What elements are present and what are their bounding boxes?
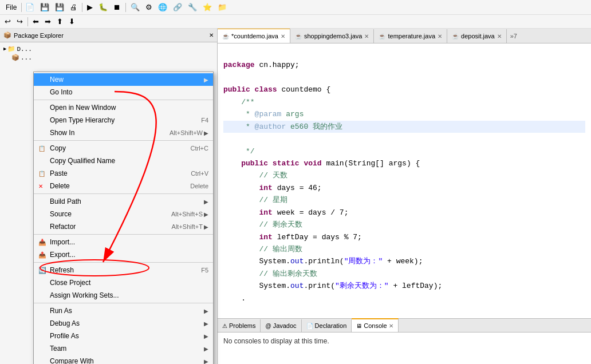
menu-item-open-type-hierarchy[interactable]: Open Type Hierarchy F4 [34, 114, 213, 126]
nav-up-icon[interactable]: ⬆ [54, 17, 65, 26]
menu-item-source-arrow: ▶ [204, 211, 208, 217]
code-line-19: . [223, 294, 246, 303]
menu-item-delete[interactable]: ✕ Delete Delete [34, 180, 213, 192]
menu-item-export[interactable]: 📤 Export... [34, 248, 213, 261]
bottom-tab-problems-label: Problems [229, 322, 255, 329]
menu-item-profile-as-arrow: ▶ [204, 333, 208, 339]
globe-icon[interactable]: 🌐 [156, 2, 170, 13]
menu-item-refresh-icon: 🔄 [38, 267, 50, 274]
menu-item-refactor[interactable]: Refactor Alt+Shift+T ▶ [34, 220, 213, 233]
menu-item-source-shortcut: Alt+Shift+S [171, 211, 203, 217]
tab-countdemo-close[interactable]: ✕ [281, 33, 285, 39]
menu-item-open-new-window[interactable]: Open in New Window [34, 101, 213, 114]
save-icon[interactable]: 💾 [38, 2, 52, 13]
nav-down-icon[interactable]: ⬇ [66, 17, 77, 26]
run-icon[interactable]: ▶ [85, 2, 95, 13]
menu-item-import[interactable]: 📥 Import... [34, 236, 213, 248]
tab-shoppingdemo3-close[interactable]: ✕ [364, 33, 369, 39]
tree-child[interactable]: 📦 ... [2, 53, 215, 62]
tools-icon[interactable]: 🔧 [186, 2, 199, 13]
menu-item-copy-shortcut: Ctrl+C [191, 145, 208, 152]
bottom-tab-javadoc[interactable]: @ Javadoc [261, 319, 301, 332]
menu-item-build-path-label: Build Path [50, 197, 204, 205]
menu-item-source-label: Source [50, 210, 171, 218]
code-editor[interactable]: package cn.happy; public class countdemo… [218, 43, 591, 318]
menu-item-go-into[interactable]: Go Into [34, 86, 213, 98]
menu-item-paste[interactable]: 📋 Paste Ctrl+V [34, 167, 213, 180]
menu-item-team[interactable]: Team ▶ [34, 342, 213, 355]
menu-item-source[interactable]: Source Alt+Shift+S ▶ [34, 208, 213, 220]
menu-item-refactor-label: Refactor [50, 223, 172, 231]
print-icon[interactable]: 🖨 [68, 2, 80, 13]
tab-deposit-close[interactable]: ✕ [497, 33, 502, 39]
back-icon[interactable]: ⬅ [30, 17, 41, 26]
bottom-tab-console[interactable]: 🖥 Console ✕ [352, 318, 398, 332]
menu-item-copy-qualified-label: Copy Qualified Name [50, 157, 208, 165]
redo-icon[interactable]: ↪ [14, 17, 25, 26]
stop-icon[interactable]: ⏹ [111, 2, 123, 13]
menu-item-close-project[interactable]: Close Project [34, 276, 213, 289]
package-explorer-close[interactable]: ✕ [209, 32, 214, 38]
debug-icon[interactable]: 🐛 [96, 2, 110, 13]
tab-temperature-close[interactable]: ✕ [438, 33, 442, 39]
tab-countdemo[interactable]: ☕ *countdemo.java ✕ [218, 29, 290, 43]
menu-item-paste-shortcut: Ctrl+V [191, 170, 208, 177]
menu-item-show-in-arrow: ▶ [204, 130, 208, 136]
package-explorer-panel: 📦 Package Explorer ✕ ▶ 📁 D... 📦 ... New … [0, 29, 218, 364]
menu-item-copy[interactable]: 📋 Copy Ctrl+C [34, 142, 213, 155]
bottom-tab-console-close[interactable]: ✕ [389, 323, 393, 329]
menu-item-import-icon: 📥 [38, 239, 50, 246]
right-panel: ☕ *countdemo.java ✕ ☕ shoppingdemo3.java… [218, 29, 591, 364]
tab-temperature-icon: ☕ [379, 33, 385, 39]
main-layout: 📦 Package Explorer ✕ ▶ 📁 D... 📦 ... New … [0, 29, 591, 364]
bottom-tab-problems[interactable]: ⚠ Problems [218, 319, 261, 332]
undo-icon[interactable]: ↩ [2, 17, 13, 26]
bottom-panel: ⚠ Problems @ Javadoc 📄 Declaration 🖥 Con… [218, 318, 591, 364]
tab-shoppingdemo3[interactable]: ☕ shoppingdemo3.java ✕ [290, 29, 375, 43]
tab-overflow-label: »7 [510, 33, 517, 39]
menu-item-show-in-shortcut: Alt+Shift+W [170, 129, 203, 136]
search-icon[interactable]: 🔍 [128, 2, 142, 13]
forward-icon[interactable]: ➡ [42, 17, 53, 26]
menu-item-debug-as-label: Debug As [50, 319, 204, 327]
menu-item-team-arrow: ▶ [204, 346, 208, 352]
menu-item-assign-working-sets[interactable]: Assign Working Sets... [34, 289, 213, 302]
tab-overflow[interactable]: »7 [507, 29, 521, 43]
code-line-11: // 星期 [223, 196, 287, 204]
menu-item-build-path[interactable]: Build Path ▶ [34, 195, 213, 208]
menu-item-open-type-hierarchy-label: Open Type Hierarchy [50, 116, 196, 124]
separator-6 [34, 303, 213, 303]
tab-temperature[interactable]: ☕ temperature.java ✕ [374, 29, 447, 43]
menu-item-new-arrow: ▶ [204, 77, 208, 83]
new-icon[interactable]: 📄 [23, 2, 37, 13]
save-all-icon[interactable]: 💾 [53, 2, 66, 13]
tree-root[interactable]: ▶ 📁 D... [2, 45, 215, 53]
menu-item-show-in[interactable]: Show In Alt+Shift+W ▶ [34, 126, 213, 139]
separator-3 [34, 193, 213, 194]
menu-item-compare-with-label: Compare With [50, 357, 204, 364]
tab-deposit[interactable]: ☕ deposit.java ✕ [447, 29, 507, 43]
folder-icon[interactable]: 📁 [215, 2, 229, 13]
code-line-10: int days = 46; [223, 184, 322, 192]
toolbar-row2: ↩ ↪ ⬅ ➡ ⬆ ⬇ [0, 15, 591, 29]
star-icon[interactable]: ⭐ [200, 2, 214, 13]
tab-shoppingdemo3-icon: ☕ [295, 33, 302, 39]
link-icon[interactable]: 🔗 [171, 2, 184, 13]
menu-item-copy-qualified[interactable]: Copy Qualified Name [34, 155, 213, 167]
menu-file[interactable]: File [2, 2, 20, 13]
menu-item-new[interactable]: New ▶ [34, 73, 213, 86]
menu-item-debug-as[interactable]: Debug As ▶ [34, 317, 213, 330]
menu-item-refresh-label: Refresh [50, 266, 201, 274]
settings-icon[interactable]: ⚙ [143, 2, 155, 13]
menu-item-debug-as-arrow: ▶ [204, 321, 208, 327]
separator-1 [34, 100, 213, 100]
menu-item-run-as[interactable]: Run As ▶ [34, 304, 213, 317]
menu-item-profile-as[interactable]: Profile As ▶ [34, 330, 213, 342]
menu-item-close-project-label: Close Project [50, 279, 208, 287]
bottom-tab-declaration[interactable]: 📄 Declaration [302, 319, 352, 332]
menu-item-compare-with[interactable]: Compare With ▶ [34, 355, 213, 364]
menu-item-import-label: Import... [50, 238, 208, 246]
menu-item-refresh[interactable]: 🔄 Refresh F5 [34, 264, 213, 276]
bottom-content: No consoles to display at this time. [218, 333, 591, 364]
tab-deposit-label: deposit.java [461, 33, 495, 39]
